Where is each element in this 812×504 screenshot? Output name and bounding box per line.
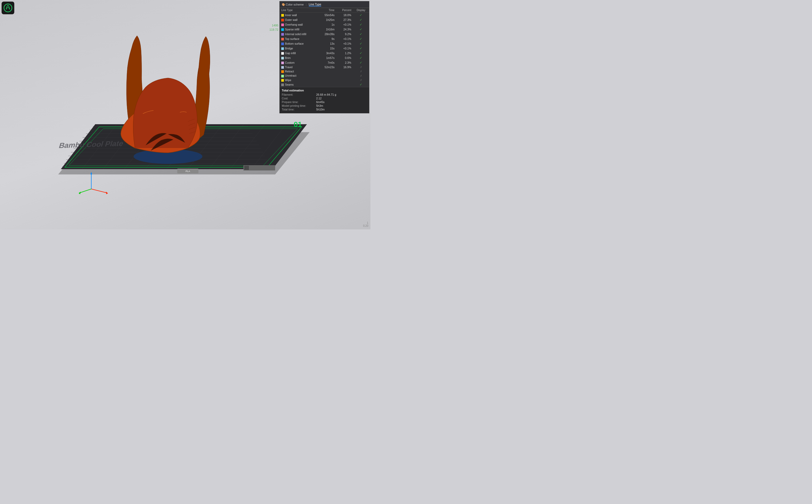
line-type-time: 55m54s — [318, 13, 336, 18]
table-row[interactable]: Internal solid infill28m39s9.2%✓ — [280, 32, 369, 36]
color-swatch — [281, 19, 284, 21]
line-type-percent: 16.9% — [336, 65, 353, 69]
panel-header: 🎨 Color scheme | Line Type — [280, 1, 369, 8]
color-swatch — [281, 75, 284, 77]
line-type-name: Travel — [280, 65, 318, 69]
display-check-icon: ✓ — [360, 56, 362, 60]
total-estimation: Total estimation Filament: 26.68 m 84.71… — [280, 87, 369, 113]
line-type-display[interactable]: ✓ — [353, 27, 369, 32]
filament-label: Filament: — [282, 93, 316, 96]
display-check-icon: ✓ — [360, 47, 362, 50]
table-row[interactable]: Wipe✗ — [280, 78, 369, 82]
line-type-name: Seams — [280, 82, 318, 87]
line-type-percent: <0.1% — [336, 36, 353, 41]
line-type-display[interactable]: ✗ — [353, 73, 369, 78]
display-check-icon: ✓ — [360, 61, 362, 64]
display-check-icon: ✓ — [360, 51, 362, 55]
filament-row: Filament: 26.68 m 84.71 g — [282, 93, 367, 96]
zoom-level: 1 — [363, 221, 368, 224]
table-row[interactable]: Overhang wall1s<0.1%✓ — [280, 22, 369, 27]
color-swatch — [281, 47, 284, 50]
table-row[interactable]: Gap infill3m43s1.2%✓ — [280, 51, 369, 56]
line-type-display[interactable]: ✗ — [353, 65, 369, 69]
line-type-time: 52m23s — [318, 65, 336, 69]
display-check-icon: ✓ — [360, 42, 362, 45]
table-row[interactable]: Travel52m23s16.9%✗ — [280, 65, 369, 69]
line-type-display[interactable]: ✓ — [353, 22, 369, 27]
line-type-name: Retract — [280, 69, 318, 73]
display-check-icon: ✓ — [360, 83, 362, 86]
table-row[interactable]: Retract✗ — [280, 69, 369, 73]
cost-value: 2.12 — [316, 97, 322, 100]
line-type-name: Bridge — [280, 46, 318, 51]
color-panel: 🎨 Color scheme | Line Type Line Type Tim… — [280, 1, 369, 113]
color-scheme-tab[interactable]: 🎨 Color scheme — [282, 3, 304, 6]
line-type-table: Line Type Time Percent Display Inner wal… — [280, 8, 369, 87]
line-type-percent: 18.0% — [336, 13, 353, 18]
svg-rect-29 — [244, 165, 275, 170]
line-type-display[interactable]: ✓ — [353, 41, 369, 46]
color-swatch — [281, 43, 284, 45]
line-type-percent — [336, 82, 353, 87]
line-type-percent: 9.2% — [336, 32, 353, 36]
line-type-display[interactable]: ✓ — [353, 51, 369, 56]
table-row[interactable]: Bottom surface13s<0.1%✓ — [280, 41, 369, 46]
line-type-display[interactable]: ✓ — [353, 32, 369, 36]
line-type-time: 28m39s — [318, 32, 336, 36]
prepare-label: Prepare time: — [282, 100, 316, 104]
color-swatch — [281, 24, 284, 26]
ruler-top-value: 1495 — [269, 24, 278, 27]
svg-marker-44 — [106, 192, 108, 194]
line-type-tab[interactable]: Line Type — [309, 3, 322, 6]
display-check-icon: ✓ — [360, 23, 362, 26]
col-header-display: Display — [353, 8, 369, 13]
line-type-display[interactable]: ✗ — [353, 78, 369, 82]
line-type-display[interactable]: ✓ — [353, 17, 369, 22]
line-type-time — [318, 69, 336, 73]
table-row[interactable]: Brim1m57s0.6%✓ — [280, 56, 369, 60]
ruler-bottom-value: 119.72 — [269, 28, 278, 31]
line-type-time: 1h25m — [318, 17, 336, 22]
line-type-name: Top surface — [280, 36, 318, 41]
line-type-time — [318, 78, 336, 82]
col-header-time: Time — [318, 8, 336, 13]
line-type-time: 13s — [318, 41, 336, 46]
line-type-percent: 24.3% — [336, 27, 353, 32]
table-row[interactable]: Sparse infill1h16m24.3%✓ — [280, 27, 369, 32]
table-row[interactable]: Bridge15s<0.1%✓ — [280, 46, 369, 51]
color-swatch — [281, 28, 284, 31]
line-type-name: Overhang wall — [280, 22, 318, 27]
zoom-indicator: 1 0.20 — [363, 221, 368, 227]
display-uncheck-icon: ✗ — [360, 70, 362, 73]
line-type-percent: 2.3% — [336, 60, 353, 65]
cost-row: Cost: 2.12 — [282, 97, 367, 100]
line-type-percent — [336, 73, 353, 78]
table-row[interactable]: Inner wall55m54s18.0%✓ — [280, 13, 369, 18]
line-type-name: Inner wall — [280, 13, 318, 18]
table-row[interactable]: Unretract✗ — [280, 73, 369, 78]
color-scheme-icon: 🎨 — [282, 3, 285, 6]
filament-value: 26.68 m 84.71 g — [316, 93, 336, 96]
svg-line-43 — [91, 189, 107, 193]
display-check-icon: ✓ — [360, 37, 362, 41]
line-type-name: Bottom surface — [280, 41, 318, 46]
total-row: Total time: 5h10m — [282, 108, 367, 111]
line-type-name: Outer wall — [280, 17, 318, 22]
line-type-display[interactable]: ✓ — [353, 60, 369, 65]
table-row[interactable]: Seams✓ — [280, 82, 369, 87]
table-row[interactable]: Top surface9s<0.1%✓ — [280, 36, 369, 41]
line-type-display[interactable]: ✓ — [353, 82, 369, 87]
line-type-display[interactable]: ✗ — [353, 69, 369, 73]
line-type-display[interactable]: ✓ — [353, 46, 369, 51]
line-type-display[interactable]: ✓ — [353, 13, 369, 18]
color-swatch — [281, 33, 284, 36]
line-type-display[interactable]: ✓ — [353, 56, 369, 60]
prepare-value: 6m45s — [316, 100, 325, 104]
line-type-name: Wipe — [280, 78, 318, 82]
line-type-percent: <0.1% — [336, 22, 353, 27]
line-type-label: Line Type — [309, 3, 322, 6]
line-type-percent — [336, 69, 353, 73]
table-row[interactable]: Outer wall1h25m27.3%✓ — [280, 17, 369, 22]
table-row[interactable]: Custom7m0s2.3%✓ — [280, 60, 369, 65]
line-type-display[interactable]: ✓ — [353, 36, 369, 41]
